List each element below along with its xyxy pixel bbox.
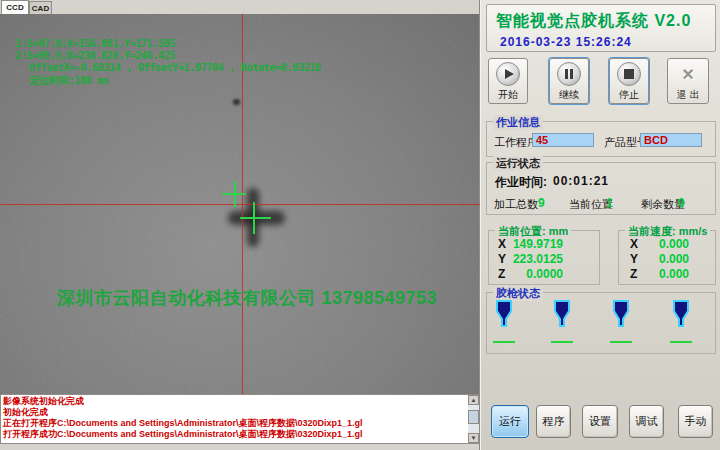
nav-settings-button[interactable]: 设置 [582, 405, 618, 438]
locate-time-line: 定位时间:100 ms [29, 74, 109, 88]
log-line: 打开程序成功C:\Documents and Settings\Administ… [1, 429, 479, 440]
scroll-down-icon[interactable]: ▼ [468, 433, 479, 443]
control-panel: 智能视觉点胶机系统 V2.0 2016-03-23 15:26:24 开始 继续… [480, 0, 720, 450]
speed-y-value: 0.000 [639, 252, 689, 266]
tab-ccd[interactable]: CCD [1, 0, 29, 14]
log-line: 正在打开程序C:\Documents and Settings\Administ… [1, 418, 479, 429]
close-icon: × [676, 62, 700, 86]
work-program-field[interactable]: 45 [532, 133, 594, 147]
nav-manual-button[interactable]: 手动 [678, 405, 713, 438]
product-model-field[interactable]: BCD [640, 133, 702, 147]
continue-button-label: 继续 [559, 88, 579, 102]
gun-status-indicator [551, 341, 573, 343]
gun-status-indicator [493, 341, 515, 343]
pause-icon [557, 62, 581, 86]
camera-view: 1:S=97.8;X=156.081,Y=171.585 2:S=98.5;X=… [0, 14, 480, 394]
match-cross-2 [253, 202, 255, 234]
run-status-title: 运行状态 [493, 156, 543, 171]
current-speed-groupbox: 当前速度: mm/s X 0.000 Y 0.000 Z 0.000 [618, 230, 716, 285]
nav-run-button[interactable]: 运行 [491, 405, 529, 438]
remaining-count-value: 0 [678, 196, 685, 210]
job-time-label: 作业时间: [495, 174, 547, 191]
glue-gun-status-groupbox: 胶枪状态 [486, 292, 716, 354]
glue-gun-icon [495, 300, 513, 328]
gun-status-indicator [670, 341, 692, 343]
speed-x-label: X [630, 237, 638, 251]
crosshair-horizontal-line [0, 204, 480, 205]
camera-tabbar: CCD CAD [0, 0, 480, 14]
log-panel: 影像系统初始化完成 初始化完成 正在打开程序C:\Documents and S… [0, 394, 480, 444]
continue-button[interactable]: 继续 [549, 58, 589, 104]
log-line: 初始化完成 [1, 407, 479, 418]
log-line: 影像系统初始化完成 [1, 395, 479, 407]
speed-z-label: Z [630, 267, 637, 281]
glue-gun-icon [672, 300, 690, 328]
current-position-groupbox: 当前位置: mm X 149.9719 Y 223.0125 Z 0.0000 [488, 230, 600, 285]
exit-button[interactable]: × 退 出 [667, 58, 709, 104]
scroll-up-icon[interactable]: ▲ [468, 395, 479, 405]
job-time-value: 00:01:21 [553, 174, 609, 188]
exit-button-label: 退 出 [677, 88, 700, 102]
nav-program-button[interactable]: 程序 [536, 405, 571, 438]
log-scrollbar[interactable]: ▲ ▼ [468, 395, 479, 443]
play-icon [496, 62, 520, 86]
speed-y-label: Y [630, 252, 638, 266]
run-status-groupbox: 运行状态 作业时间: 00:01:21 加工总数 9 当前位置 1 剩余数量 0 [486, 162, 716, 215]
current-index-value: 1 [606, 196, 613, 210]
title-box: 智能视觉点胶机系统 V2.0 2016-03-23 15:26:24 [486, 4, 716, 52]
vision-result-line-2: 2:S=98.5;X=230.828,Y=246.425 [15, 49, 175, 61]
vendor-watermark: 深圳市云阳自动化科技有限公司 13798549753 [57, 286, 437, 310]
datetime-display: 2016-03-23 15:26:24 [500, 35, 632, 49]
app-title: 智能视觉点胶机系统 V2.0 [496, 11, 691, 32]
stop-button[interactable]: 停止 [609, 58, 649, 104]
position-z-value: 0.0000 [501, 267, 563, 281]
glue-gun-status-title: 胶枪状态 [493, 286, 543, 301]
stop-icon [617, 62, 641, 86]
gun-status-indicator [610, 341, 632, 343]
start-button-label: 开始 [498, 88, 518, 102]
position-x-value: 149.9719 [501, 237, 563, 251]
vision-offset-line: OffsetX=-0.68314 , OffsetY=1.07704 , Rot… [29, 61, 321, 73]
glue-gun-icon [553, 300, 571, 328]
debris-speck [233, 99, 240, 105]
job-info-groupbox: 作业信息 工作程序 45 产品型号 BCD [486, 121, 716, 157]
speed-x-value: 0.000 [639, 237, 689, 251]
total-count-label: 加工总数 [494, 197, 538, 212]
match-cross-1 [234, 181, 236, 207]
position-y-value: 223.0125 [501, 252, 563, 266]
job-info-title: 作业信息 [493, 115, 543, 130]
glue-gun-icon [612, 300, 630, 328]
scrollbar-thumb[interactable] [468, 410, 479, 424]
stop-button-label: 停止 [619, 88, 639, 102]
speed-z-value: 0.000 [639, 267, 689, 281]
nav-debug-button[interactable]: 调试 [629, 405, 664, 438]
tab-cad[interactable]: CAD [29, 1, 52, 14]
vision-result-line-1: 1:S=97.8;X=156.081,Y=171.585 [15, 37, 175, 49]
match-cross-2 [240, 217, 271, 219]
start-button[interactable]: 开始 [488, 58, 528, 104]
total-count-value: 9 [538, 196, 545, 210]
